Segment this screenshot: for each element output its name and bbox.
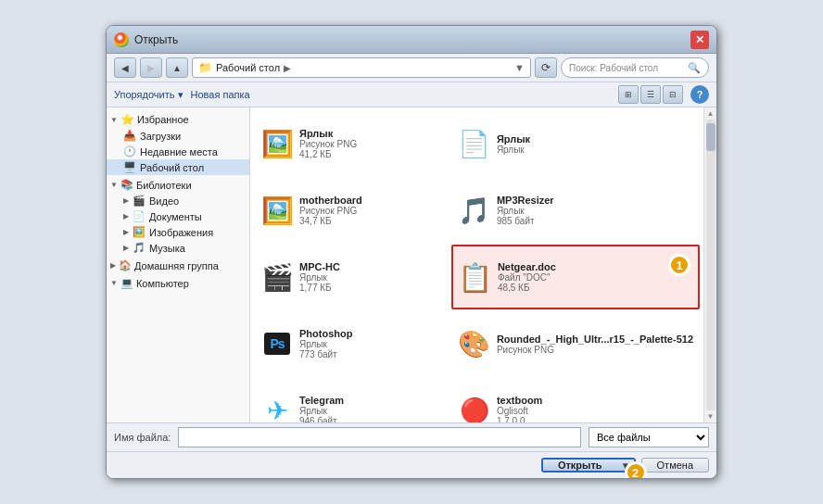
scroll-up-button[interactable]: ▲ <box>707 109 715 118</box>
file-name: Ярлык <box>497 133 693 145</box>
file-item[interactable]: 🖼️ Ярлык Рисунок PNG 41,2 КБ <box>254 111 449 176</box>
file-name: Photoshop <box>299 328 443 339</box>
file-item[interactable]: 📋 Netgear.doc Файл "DOC" 48,5 КБ 1 <box>451 245 700 309</box>
file-type: Ярлык <box>299 272 443 283</box>
file-info: textboom Oglisoft 1.7.0.0 <box>497 395 693 422</box>
organize-button[interactable]: Упорядочить ▾ <box>114 89 184 101</box>
file-item[interactable]: 📄 Ярлык Ярлык <box>451 111 700 176</box>
favorites-label: Избранное <box>137 114 189 125</box>
filetype-select[interactable]: Все файлы <box>589 427 709 447</box>
computer-header[interactable]: ▼ 💻 Компьютер <box>107 275 249 291</box>
file-item[interactable]: ✈ Telegram Ярлык 946 байт <box>254 378 449 422</box>
file-item[interactable]: Ps Photoshop Ярлык 773 байт <box>254 311 449 376</box>
recent-label: Недавние места <box>140 146 218 158</box>
downloads-icon: 📥 <box>123 130 136 142</box>
second-toolbar: Упорядочить ▾ Новая папка ⊞ ☰ ⊟ ? <box>107 82 716 107</box>
close-button[interactable]: ✕ <box>690 31 709 49</box>
scroll-thumb[interactable] <box>706 123 715 151</box>
scrollbar[interactable]: ▲ ▼ <box>703 107 716 422</box>
path-dropdown-arrow[interactable]: ▼ <box>514 62 525 73</box>
open-button[interactable]: Открыть <box>543 460 617 471</box>
file-item[interactable]: 🎬 MPC-HC Ярлык 1,77 КБ <box>254 245 449 309</box>
file-type: Рисунок PNG <box>299 139 443 149</box>
file-type: Файл "DOC" <box>498 272 692 283</box>
file-icon: 🔴 <box>458 394 491 422</box>
favorites-section: ▼ ⭐ Избранное 📥 Загрузки 🕐 Недавние мест… <box>107 111 249 175</box>
file-size: 34,7 КБ <box>299 216 443 226</box>
refresh-button[interactable]: ⟳ <box>535 57 557 78</box>
file-type: Ярлык <box>299 406 443 416</box>
file-info: Ярлык Ярлык <box>497 133 693 155</box>
up-button[interactable]: ▲ <box>166 57 188 78</box>
video-icon: 🎬 <box>133 195 146 207</box>
help-button[interactable]: ? <box>690 85 709 104</box>
file-info: Telegram Ярлык 946 байт <box>299 395 443 422</box>
homegroup-header[interactable]: ▶ 🏠 Домашняя группа <box>107 258 249 273</box>
folder-icon: 📁 <box>198 61 212 74</box>
forward-button[interactable]: ▶ <box>140 57 162 78</box>
cancel-button[interactable]: Отмена <box>641 458 709 472</box>
sidebar: ▼ ⭐ Избранное 📥 Загрузки 🕐 Недавние мест… <box>107 107 250 422</box>
sidebar-item-recent[interactable]: 🕐 Недавние места <box>107 144 249 159</box>
file-type: Ярлык <box>497 206 693 216</box>
view-icon-button-1[interactable]: ⊞ <box>618 85 639 104</box>
libraries-header[interactable]: ▼ 📚 Библиотеки <box>107 177 249 193</box>
search-icon: 🔍 <box>688 62 701 74</box>
sidebar-item-documents[interactable]: ▶ 📄 Документы <box>107 208 249 224</box>
view-icon-button-3[interactable]: ⊟ <box>663 85 683 104</box>
open-file-dialog: Открыть ✕ ◀ ▶ ▲ 📁 Рабочий стол ▶ ▼ ⟳ Пои… <box>106 25 717 479</box>
file-size: 48,5 КБ <box>498 283 692 293</box>
file-item[interactable]: 🔴 textboom Oglisoft 1.7.0.0 <box>451 378 700 422</box>
open-button-group: Открыть ▼ <box>541 458 636 472</box>
file-item[interactable]: 🎵 MP3Resizer Ярлык 985 байт <box>451 178 700 243</box>
file-info: Photoshop Ярлык 773 байт <box>299 328 443 359</box>
sidebar-item-music[interactable]: ▶ 🎵 Музыка <box>107 240 249 256</box>
file-size: 946 байт <box>299 416 443 422</box>
view-icons: ⊞ ☰ ⊟ <box>618 85 683 104</box>
file-icon: 🎨 <box>458 327 491 360</box>
favorites-header[interactable]: ▼ ⭐ Избранное <box>107 111 249 128</box>
search-placeholder: Поиск: Рабочий стол <box>569 63 658 73</box>
file-icon: ✈ <box>260 394 294 422</box>
sidebar-item-downloads[interactable]: 📥 Загрузки <box>107 128 249 144</box>
filename-input[interactable] <box>178 427 581 447</box>
homegroup-icon: 🏠 <box>119 259 132 271</box>
file-size: 1,77 КБ <box>299 283 443 293</box>
file-type: Рисунок PNG <box>299 206 443 216</box>
new-folder-button[interactable]: Новая папка <box>191 89 250 100</box>
libraries-label: Библиотеки <box>136 180 192 191</box>
search-bar[interactable]: Поиск: Рабочий стол 🔍 <box>561 57 709 78</box>
file-name: Rounded_-_High_Ultr...r15_-_Palette-512 <box>497 334 693 345</box>
scroll-down-button[interactable]: ▼ <box>707 412 715 421</box>
file-name: textboom <box>497 395 693 406</box>
path-text: Рабочий стол <box>216 62 280 73</box>
file-item[interactable]: 🎨 Rounded_-_High_Ultr...r15_-_Palette-51… <box>451 311 700 376</box>
images-icon: 🖼️ <box>133 226 146 238</box>
file-icon: 🎬 <box>260 260 294 294</box>
file-size: 41,2 КБ <box>299 149 443 159</box>
file-info: MP3Resizer Ярлык 985 байт <box>497 195 693 226</box>
file-type: Рисунок PNG <box>497 345 693 355</box>
back-button[interactable]: ◀ <box>114 57 136 78</box>
address-bar[interactable]: 📁 Рабочий стол ▶ ▼ <box>192 57 531 78</box>
libraries-section: ▼ 📚 Библиотеки ▶ 🎬 Видео ▶ 📄 Документы ▶… <box>107 177 249 256</box>
file-item[interactable]: 🖼️ motherboard Рисунок PNG 34,7 КБ <box>254 178 449 243</box>
sidebar-item-images[interactable]: ▶ 🖼️ Изображения <box>107 224 249 240</box>
view-icon-button-2[interactable]: ☰ <box>640 85 661 104</box>
address-toolbar: ◀ ▶ ▲ 📁 Рабочий стол ▶ ▼ ⟳ Поиск: Рабочи… <box>107 54 716 82</box>
file-info: motherboard Рисунок PNG 34,7 КБ <box>299 195 443 226</box>
favorites-icon: ⭐ <box>120 113 134 126</box>
computer-label: Компьютер <box>136 278 189 289</box>
file-type: Ярлык <box>299 339 443 349</box>
recent-icon: 🕐 <box>123 145 136 158</box>
desktop-icon: 🖥️ <box>123 161 136 173</box>
documents-label: Документы <box>149 211 202 222</box>
dialog-title: Открыть <box>134 33 690 46</box>
main-area: ▼ ⭐ Избранное 📥 Загрузки 🕐 Недавние мест… <box>107 107 716 422</box>
sidebar-item-video[interactable]: ▶ 🎬 Видео <box>107 193 249 208</box>
sidebar-item-desktop[interactable]: 🖥️ Рабочий стол <box>107 159 249 175</box>
badge-1: 1 <box>668 254 690 276</box>
path-arrow: ▶ <box>284 63 291 73</box>
music-icon: 🎵 <box>133 242 146 254</box>
music-label: Музыка <box>149 243 185 254</box>
